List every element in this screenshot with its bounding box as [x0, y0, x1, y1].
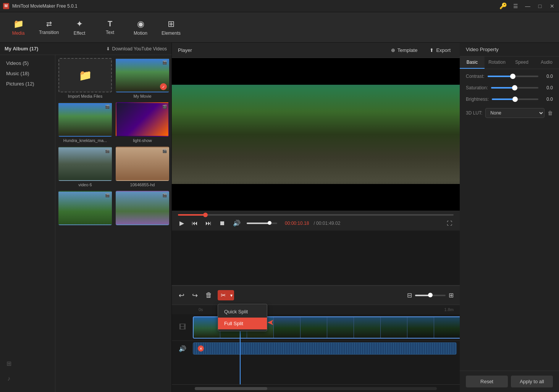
toolbar-motion-label: Motion: [134, 31, 147, 36]
download-youtube-button[interactable]: ⬇ Download YouTube Videos: [106, 46, 167, 52]
zoom-slider[interactable]: [415, 295, 446, 296]
full-split-item[interactable]: Full Split: [218, 318, 267, 329]
menu-icon[interactable]: ☰: [512, 3, 519, 9]
saturation-row: Saturation: 0.0: [466, 85, 553, 90]
contrast-slider[interactable]: [488, 76, 538, 77]
contrast-value: 0.0: [541, 74, 553, 79]
contrast-row: Contrast: 0.0: [466, 74, 553, 79]
horizontal-scrollbar[interactable]: [172, 384, 460, 392]
contrast-label: Contrast:: [466, 74, 485, 79]
prev-frame-button[interactable]: ⏮: [190, 219, 199, 227]
toolbar-motion[interactable]: ◉ Motion: [125, 14, 156, 41]
timeline-area: ↩ ↪ 🗑 ✂ ▾ Quick Split Full Split: [172, 285, 460, 392]
play-button[interactable]: ▶: [178, 219, 186, 227]
app-title: MiniTool MovieMaker Free 5.0.1: [12, 3, 78, 9]
left-panel: My Album (17) ⬇ Download YouTube Videos …: [0, 43, 172, 392]
export-button[interactable]: ⬆ Export: [427, 46, 454, 55]
download-label: Download YouTube Videos: [112, 46, 167, 52]
video-badge-icon: 🎬: [162, 60, 167, 65]
tab-rotation[interactable]: Rotation: [485, 56, 509, 69]
toolbar-effect[interactable]: ✦ Effect: [64, 14, 95, 41]
sidebar-item-music[interactable]: Music (18): [0, 68, 55, 79]
media-icon: 📁: [13, 19, 24, 29]
tab-speed[interactable]: Speed: [509, 56, 534, 69]
brightness-row: Brightness: 0.0: [466, 97, 553, 102]
import-folder-icon: 📁: [79, 69, 92, 82]
export-label: Export: [436, 47, 451, 53]
toolbar-media[interactable]: 📁 Media: [3, 14, 34, 41]
redo-button[interactable]: ↪: [190, 290, 200, 301]
audio-clip[interactable]: ✕: [193, 342, 457, 355]
video-badge-icon: 🎬: [105, 193, 110, 197]
motion-icon: ◉: [137, 19, 144, 29]
split-arrow-indicator: ➤: [267, 318, 274, 327]
video-display: [172, 58, 460, 211]
toolbar-media-label: Media: [12, 31, 25, 36]
tab-audio[interactable]: Audio: [534, 56, 559, 69]
toolbar-transition[interactable]: ⇄ Transition: [34, 14, 64, 41]
quick-split-item[interactable]: Quick Split: [218, 306, 267, 318]
import-media-item[interactable]: 📁 Import Media Files: [58, 58, 112, 98]
toolbar-text[interactable]: T Text: [95, 14, 125, 41]
stop-button[interactable]: ⏹: [218, 219, 227, 227]
template-button[interactable]: ⊕ Template: [388, 46, 421, 55]
volume-slider[interactable]: [247, 223, 277, 224]
total-time: / 00:01:49.02: [313, 221, 340, 226]
time-ruler: 0s 1.8m: [172, 305, 460, 314]
export-icon: ⬆: [430, 47, 434, 53]
next-frame-button[interactable]: ⏭: [204, 219, 213, 227]
brightness-value: 0.0: [541, 97, 553, 102]
scissors-button[interactable]: ✂: [218, 290, 229, 300]
lights-media-item[interactable]: 🎬 light-show: [116, 102, 169, 143]
lut-label: 3D LUT:: [466, 110, 482, 116]
fullscreen-button[interactable]: ⛶: [445, 219, 454, 227]
undo-button[interactable]: ↩: [176, 290, 187, 301]
minimize-button[interactable]: —: [524, 3, 532, 9]
split-dropdown-toggle[interactable]: ▾: [229, 290, 234, 300]
film-icon: 🎞: [179, 323, 186, 331]
maximize-button[interactable]: □: [536, 3, 544, 9]
saturation-slider[interactable]: [491, 87, 538, 89]
toolbar-effect-label: Effect: [74, 31, 85, 36]
audio-track-row: 🔊 ✕: [172, 341, 460, 356]
brightness-slider[interactable]: [492, 98, 538, 100]
sidebar-item-pictures[interactable]: Pictures (12): [0, 79, 55, 89]
festival-media-item[interactable]: 🎬 Hundra_knektars_ma...: [58, 102, 112, 143]
mountain-media-item[interactable]: 🎬: [58, 191, 112, 227]
festival-label: Hundra_knektars_ma...: [63, 138, 107, 143]
london-media-item[interactable]: 🎬 video 6: [58, 147, 112, 187]
player-controls: ▶ ⏮ ⏭ ⏹ 🔊 00:00:10.18 / 00:01:49.02 ⛶: [172, 211, 460, 231]
app-icon: M: [3, 3, 9, 9]
couple-label: 10646855-hd: [130, 182, 155, 187]
tab-basic[interactable]: Basic: [460, 56, 485, 69]
toolbar: 📁 Media ⇄ Transition ✦ Effect T Text ◉ M…: [0, 12, 559, 43]
sidebar-item-videos[interactable]: Videos (5): [0, 58, 55, 68]
audio-link-icon: ✕: [198, 345, 204, 352]
couple-media-item[interactable]: 🎬 10646855-hd: [116, 147, 169, 187]
speaker-icon: 🔊: [179, 345, 186, 352]
audio-track-icon: 🔊: [172, 345, 193, 352]
close-button[interactable]: ✕: [548, 3, 556, 9]
toolbar-elements-label: Elements: [162, 31, 181, 36]
lut-delete-button[interactable]: 🗑: [548, 110, 553, 116]
my-movie-item[interactable]: 🎬 ✓ My Movie: [116, 58, 169, 98]
video-badge-icon: 🎬: [162, 193, 167, 197]
delete-button[interactable]: 🗑: [203, 290, 215, 301]
reset-button[interactable]: Reset: [466, 376, 508, 387]
my-movie-label: My Movie: [133, 94, 151, 98]
video-badge-icon: 🎬: [105, 149, 110, 153]
mute-button[interactable]: 🔊: [231, 219, 242, 227]
saturation-value: 0.0: [541, 85, 553, 90]
property-content: Contrast: 0.0 Saturation: 0.0: [460, 69, 559, 371]
apply-to-all-button[interactable]: Apply to all: [511, 376, 553, 387]
progress-bar[interactable]: [178, 214, 454, 216]
lut-select[interactable]: None: [485, 108, 544, 118]
key-icon: 🔑: [499, 2, 507, 10]
toolbar-elements[interactable]: ⊞ Elements: [156, 14, 186, 41]
lake-media-item[interactable]: 🎬: [116, 191, 169, 227]
toolbar-text-label: Text: [106, 30, 114, 35]
brightness-label: Brightness:: [466, 97, 489, 102]
video-badge-icon: 🎬: [162, 105, 167, 109]
zoom-in-button[interactable]: ⊞: [447, 290, 455, 300]
zoom-out-button[interactable]: ⊟: [406, 290, 414, 300]
